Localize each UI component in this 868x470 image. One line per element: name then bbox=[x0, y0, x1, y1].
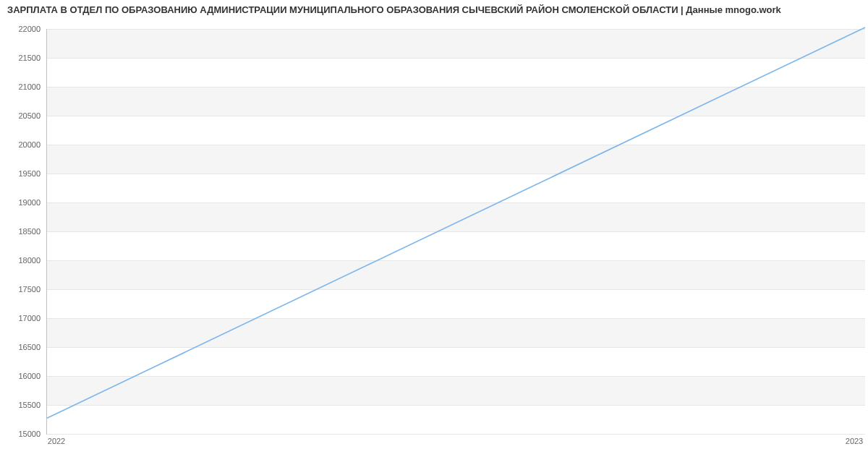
y-tick-label: 16000 bbox=[18, 372, 41, 380]
chart-title: ЗАРПЛАТА В ОТДЕЛ ПО ОБРАЗОВАНИЮ АДМИНИСТ… bbox=[7, 4, 861, 15]
y-tick-label: 16500 bbox=[18, 343, 41, 351]
y-tick-label: 20500 bbox=[18, 111, 41, 120]
x-axis: 20222023 bbox=[46, 434, 864, 448]
line-series bbox=[47, 29, 865, 434]
y-tick-label: 18000 bbox=[18, 256, 41, 265]
y-tick-label: 22000 bbox=[18, 25, 41, 33]
y-tick-label: 15000 bbox=[18, 430, 41, 438]
y-tick-label: 18500 bbox=[18, 227, 41, 236]
chart-container: ЗАРПЛАТА В ОТДЕЛ ПО ОБРАЗОВАНИЮ АДМИНИСТ… bbox=[0, 0, 868, 470]
plot-area bbox=[46, 29, 865, 435]
y-tick-label: 21000 bbox=[18, 82, 41, 91]
x-tick-label: 2022 bbox=[48, 437, 65, 445]
y-tick-label: 20000 bbox=[18, 140, 41, 149]
y-tick-label: 17000 bbox=[18, 314, 41, 322]
y-tick-label: 19000 bbox=[18, 198, 41, 207]
y-tick-label: 15500 bbox=[18, 401, 41, 409]
y-tick-label: 21500 bbox=[18, 54, 41, 62]
y-tick-label: 17500 bbox=[18, 285, 41, 294]
x-tick-label: 2023 bbox=[846, 437, 863, 445]
series-line bbox=[47, 27, 865, 418]
y-axis: 1500015500160001650017000175001800018500… bbox=[7, 29, 45, 434]
plot-outer: 1500015500160001650017000175001800018500… bbox=[7, 29, 864, 448]
y-tick-label: 19500 bbox=[18, 169, 41, 178]
